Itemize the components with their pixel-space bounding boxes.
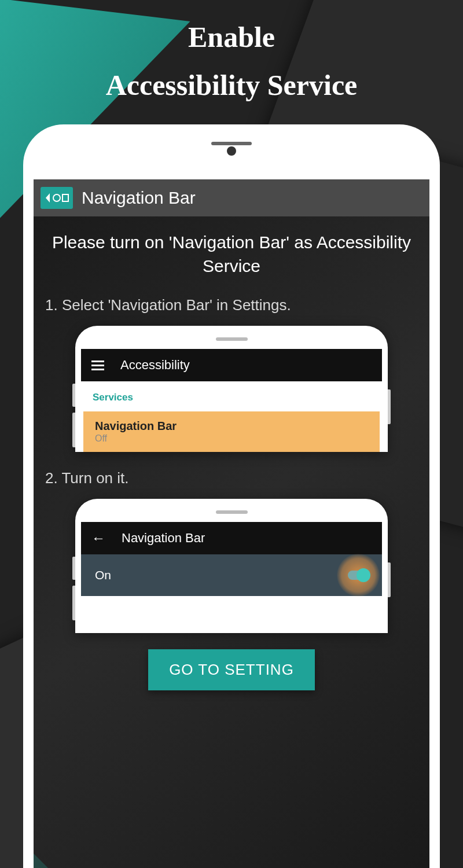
step2-preview: ← Navigation Bar On [75,499,388,633]
svg-point-0 [53,194,60,201]
accessibility-header: Accessibility [81,349,382,381]
navbar-settings-header: ← Navigation Bar [81,522,382,554]
svg-rect-1 [63,194,68,201]
services-section-label: Services [81,381,382,411]
item-name: Navigation Bar [95,420,368,433]
menu-icon[interactable] [91,361,104,370]
accessibility-title: Accessibility [120,358,190,373]
toggle-status-label: On [95,568,111,582]
phone-mockup: Navigation Bar Please turn on 'Navigatio… [23,124,440,868]
instruction-text: Please turn on 'Navigation Bar' as Acces… [34,216,429,289]
item-status: Off [95,433,368,444]
app-title: Navigation Bar [82,188,196,208]
toggle-row[interactable]: On [81,554,382,596]
header-line1: Enable [0,20,463,54]
promo-header: Enable Accessibility Service [0,0,463,102]
phone-screen: Navigation Bar Please turn on 'Navigatio… [34,179,429,868]
navbar-title: Navigation Bar [122,531,205,546]
step-1-label: 1. Select 'Navigation Bar' in Settings. [34,289,429,326]
camera-icon [227,146,236,156]
go-to-setting-button[interactable]: GO TO SETTING [148,649,315,690]
toggle-switch[interactable] [348,571,369,580]
header-line2: Accessibility Service [0,68,463,102]
app-topbar: Navigation Bar [34,179,429,216]
navigation-bar-item[interactable]: Navigation Bar Off [83,411,380,452]
step-2-label: 2. Turn on it. [34,462,429,499]
toggle-highlight-icon [337,554,380,597]
speaker-icon [211,142,252,145]
back-icon[interactable]: ← [91,530,105,546]
app-icon [41,187,73,209]
step1-preview: Accessibility Services Navigation Bar Of… [75,326,388,452]
